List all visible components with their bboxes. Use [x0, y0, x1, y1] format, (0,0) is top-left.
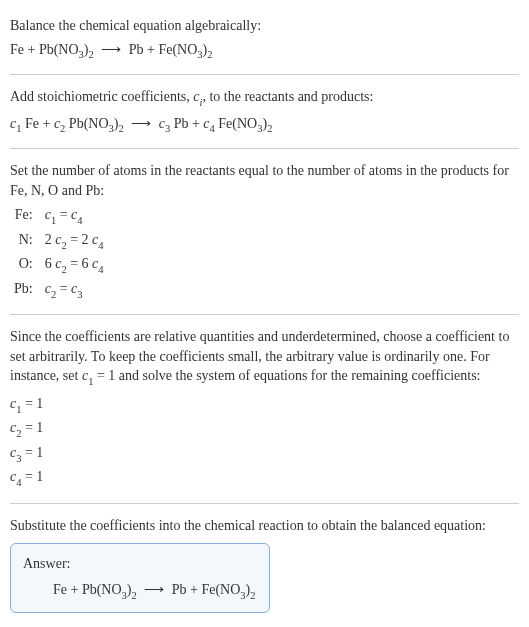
eq-sub: 2: [250, 590, 255, 601]
coeff-var: c: [159, 116, 165, 131]
step5-text: Substitute the coefficients into the che…: [10, 516, 519, 536]
eq-sub: 3: [122, 590, 127, 601]
eq-sub: 3: [79, 49, 84, 60]
eq-sub: 3: [240, 590, 245, 601]
solution-row: c4 = 1: [10, 466, 519, 490]
table-row: Pb:c2 = c3: [10, 278, 108, 302]
title-text: Balance the chemical equation algebraica…: [10, 16, 519, 36]
divider: [10, 503, 519, 504]
coeff-sub: 3: [165, 123, 170, 134]
table-row: O:6 c2 = 6 c4: [10, 253, 108, 277]
answer-box: Answer: Fe + Pb(NO3)2 ⟶ Pb + Fe(NO3)2: [10, 543, 270, 613]
eq-part: Pb +: [170, 116, 203, 131]
step3-text: Set the number of atoms in the reactants…: [10, 161, 519, 200]
section-stoichiometric: Add stoichiometric coefficients, ci, to …: [10, 81, 519, 142]
section-solve: Since the coefficients are relative quan…: [10, 321, 519, 497]
balance-equation: c1 = c4: [41, 204, 108, 228]
text-part: Add stoichiometric coefficients,: [10, 89, 193, 104]
solution-row: c1 = 1: [10, 393, 519, 417]
answer-label: Answer:: [23, 554, 257, 574]
eq-part: +: [67, 582, 82, 597]
eq-part: Fe +: [21, 116, 53, 131]
solution-row: c3 = 1: [10, 442, 519, 466]
eq-sub: 3: [257, 123, 262, 134]
section-title: Balance the chemical equation algebraica…: [10, 10, 519, 68]
eq-part: +: [144, 42, 159, 57]
final-equation: Fe + Pb(NO3)2 ⟶ Pb + Fe(NO3)2: [23, 580, 257, 602]
element-label: N:: [10, 229, 41, 253]
eq-sub: 2: [132, 590, 137, 601]
eq-part: Fe(NO: [201, 582, 240, 597]
table-row: N:2 c2 = 2 c4: [10, 229, 108, 253]
balance-equation: c2 = c3: [41, 278, 108, 302]
section-atoms: Set the number of atoms in the reactants…: [10, 155, 519, 308]
coeff-sub: 1: [16, 123, 21, 134]
divider: [10, 148, 519, 149]
eq-sub: 2: [267, 123, 272, 134]
step4-text: Since the coefficients are relative quan…: [10, 327, 519, 389]
eq-part: +: [24, 42, 39, 57]
eq-part: Fe: [53, 582, 67, 597]
element-label: O:: [10, 253, 41, 277]
text-part: = 1 and solve the system of equations fo…: [93, 368, 480, 383]
initial-equation: Fe + Pb(NO3)2 ⟶ Pb + Fe(NO3)2: [10, 40, 519, 62]
coeff-var: c: [203, 116, 209, 131]
coefficient-equation: c1 Fe + c2 Pb(NO3)2 ⟶ c3 Pb + c4 Fe(NO3)…: [10, 114, 519, 136]
eq-part: Pb(NO: [39, 42, 79, 57]
solution-list: c1 = 1c2 = 1c3 = 1c4 = 1: [10, 393, 519, 491]
eq-sub: 3: [109, 123, 114, 134]
section-substitute: Substitute the coefficients into the che…: [10, 510, 519, 620]
eq-arrow: ⟶: [124, 116, 159, 131]
eq-part: Fe(NO: [215, 116, 257, 131]
coeff-sub: 4: [210, 123, 215, 134]
eq-part: Pb(NO: [82, 582, 122, 597]
divider: [10, 314, 519, 315]
atom-balance-table: Fe:c1 = c4N:2 c2 = 2 c4O:6 c2 = 6 c4Pb:c…: [10, 204, 108, 302]
eq-part: Pb: [129, 42, 144, 57]
coeff-sub: 1: [88, 376, 93, 387]
solution-row: c2 = 1: [10, 417, 519, 441]
eq-part: Fe(NO: [158, 42, 197, 57]
table-row: Fe:c1 = c4: [10, 204, 108, 228]
eq-sub: 2: [207, 49, 212, 60]
divider: [10, 74, 519, 75]
eq-sub: 2: [118, 123, 123, 134]
element-label: Pb:: [10, 278, 41, 302]
balance-equation: 6 c2 = 6 c4: [41, 253, 108, 277]
text-part: , to the reactants and products:: [202, 89, 373, 104]
eq-sub: 2: [89, 49, 94, 60]
eq-sub: 3: [197, 49, 202, 60]
ci-sub: i: [199, 97, 202, 108]
eq-part: ): [127, 582, 132, 597]
eq-part: Pb: [172, 582, 187, 597]
eq-part: ): [84, 42, 89, 57]
step2-text: Add stoichiometric coefficients, ci, to …: [10, 87, 519, 109]
element-label: Fe:: [10, 204, 41, 228]
balance-equation: 2 c2 = 2 c4: [41, 229, 108, 253]
eq-part: +: [187, 582, 202, 597]
eq-arrow: ⟶: [94, 42, 129, 57]
eq-part: Pb(NO: [65, 116, 108, 131]
eq-part: Fe: [10, 42, 24, 57]
eq-arrow: ⟶: [137, 582, 172, 597]
coeff-sub: 2: [60, 123, 65, 134]
